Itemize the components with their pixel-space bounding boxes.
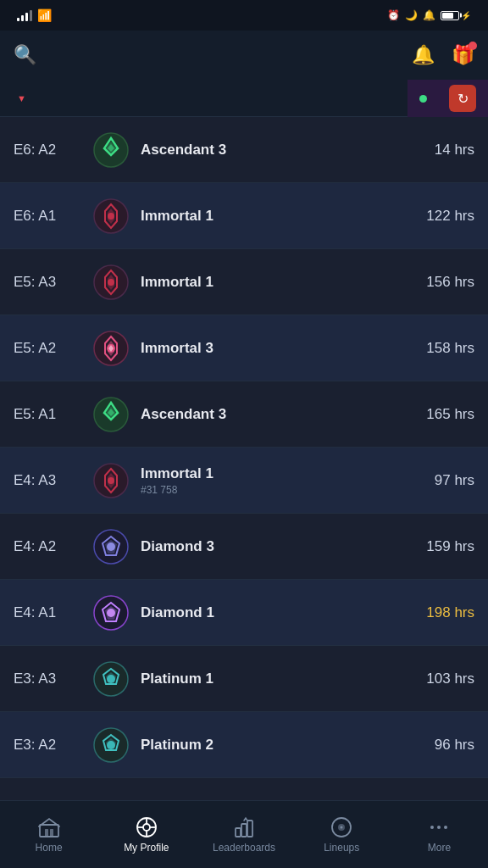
live-dot-icon [419,95,427,103]
rank-name: Ascendant 3 [141,142,415,159]
rank-icon [90,129,132,171]
hours-label: 165 hrs [415,406,474,423]
rank-icon [90,261,132,303]
status-bar: 📶 ⏰ 🌙 🔔 ⚡ [0,0,488,31]
rank-name: Immortal 3 [141,340,415,357]
hours-label: 159 hrs [415,538,474,555]
signal-icon [17,9,32,21]
lineups-nav-icon [330,816,352,838]
table-row[interactable]: E5: A2 Immortal 3 158 hrs [0,315,488,381]
bell-nav-icon: 🔔 [412,44,435,65]
gift-notification-dot [469,42,477,50]
home-nav-icon [38,816,60,838]
svg-rect-43 [50,829,53,837]
hours-label: 103 hrs [415,670,474,687]
refresh-button[interactable]: ↻ [449,85,476,112]
nav-item-myprofile[interactable]: My Profile [97,810,195,860]
act-label: E6: A2 [14,142,90,159]
rank-sub: #31 758 [141,484,415,496]
moon-icon: 🌙 [405,9,418,21]
act-label: E5: A2 [14,340,90,357]
home-nav-label: Home [36,842,63,854]
act-label: E3: A2 [14,737,90,754]
hours-label: 158 hrs [415,340,474,357]
table-row[interactable]: E5: A3 Immortal 1 156 hrs [0,249,488,315]
act-label: E4: A3 [14,472,90,489]
rank-info: Diamond 3 [141,538,415,555]
rank-icon [90,195,132,237]
nav-item-home[interactable]: Home [0,810,97,860]
svg-rect-51 [241,824,247,837]
svg-point-24 [108,477,114,484]
more-nav-label: More [428,842,451,854]
notification-button[interactable]: 🔔 [412,44,435,66]
svg-rect-41 [40,825,58,837]
hours-label: 156 hrs [415,274,474,291]
rank-name: Immortal 1 [141,465,415,482]
rank-icon [90,724,132,766]
rank-name: Ascendant 3 [141,406,415,423]
leaderboards-nav-icon [233,816,255,838]
rank-name: Diamond 1 [141,604,415,621]
rank-info: Ascendant 3 [141,142,415,159]
rank-info: Ascendant 3 [141,406,415,423]
svg-point-7 [108,213,114,220]
rank-info: Diamond 1 [141,604,415,621]
carrier-info: 📶 [12,8,52,22]
table-row[interactable]: E5: A1 Ascendant 3 165 hrs [0,381,488,448]
rank-icon [90,658,132,700]
gift-button[interactable]: 🎁 [452,44,474,66]
act-label: E5: A3 [14,274,90,291]
table-row[interactable]: E4: A2 Diamond 3 159 hrs [0,514,488,580]
sub-header: ▼ ↻ [0,80,488,117]
refresh-icon: ↻ [458,91,469,107]
live-update-banner: ↻ [408,80,488,117]
rank-name: Diamond 3 [141,538,415,555]
nav-item-lineups[interactable]: Lineups [293,810,391,860]
rank-info: Immortal 1 [141,208,415,225]
hours-label: 14 hrs [415,142,474,159]
rank-history-list: E6: A2 Ascendant 3 14 hrs E6: A1 Immorta… [0,117,488,846]
act-filter-arrow-icon: ▼ [17,93,26,103]
act-label: E3: A3 [14,670,90,687]
act-filter-button[interactable]: ▼ [14,93,26,103]
battery-icon [441,11,459,20]
rank-info: Platinum 1 [141,670,415,687]
svg-point-57 [437,826,441,829]
hours-label: 198 hrs [415,604,474,621]
rank-icon [90,327,132,370]
rank-icon [90,592,132,634]
battery-block: ⚡ [441,11,471,20]
rank-icon [90,393,132,436]
svg-point-45 [143,824,150,831]
table-row[interactable]: E6: A2 Ascendant 3 14 hrs [0,117,488,183]
table-row[interactable]: E3: A3 Platinum 1 103 hrs [0,646,488,712]
svg-rect-52 [247,821,252,837]
hours-label: 96 hrs [415,737,474,754]
svg-point-32 [107,609,115,617]
table-row[interactable]: E6: A1 Immortal 1 122 hrs [0,183,488,249]
table-row[interactable]: E3: A2 Platinum 2 96 hrs [0,712,488,778]
myprofile-nav-label: My Profile [124,842,169,854]
top-bar-left: 🔍 [14,44,36,66]
rank-name: Platinum 1 [141,670,415,687]
rank-name: Platinum 2 [141,737,415,754]
search-button[interactable]: 🔍 [14,44,36,66]
svg-point-36 [107,675,115,683]
more-nav-icon [428,816,450,838]
table-row[interactable]: E4: A3 Immortal 1 #31 758 97 hrs [0,448,488,514]
bell-icon: 🔔 [423,9,435,21]
rank-info: Immortal 1 [141,274,415,291]
hours-label: 97 hrs [415,472,474,489]
act-label: E5: A1 [14,406,90,423]
rank-table: E6: A2 Ascendant 3 14 hrs E6: A1 Immorta… [0,117,488,778]
rank-info: Platinum 2 [141,737,415,754]
svg-point-56 [430,826,434,829]
table-row[interactable]: E4: A1 Diamond 1 198 hrs [0,580,488,646]
rank-icon [90,526,132,568]
bolt-icon: ⚡ [461,11,471,20]
nav-item-leaderboards[interactable]: Leaderboards [195,810,292,860]
status-right: ⏰ 🌙 🔔 ⚡ [387,9,476,21]
nav-item-more[interactable]: More [391,810,488,860]
act-label: E6: A1 [14,208,90,225]
